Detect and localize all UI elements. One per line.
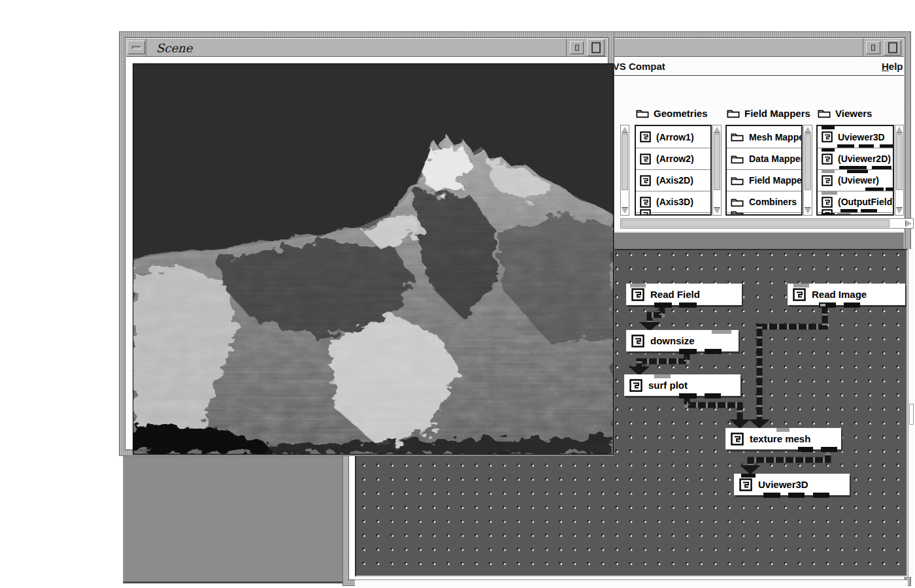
palette-header-field-mappers: Field Mappers bbox=[727, 108, 810, 119]
scene-window-title: Scene bbox=[156, 41, 192, 55]
scene-render-viewport[interactable] bbox=[133, 63, 614, 455]
module-icon bbox=[640, 154, 651, 165]
output-port bbox=[679, 349, 697, 354]
module-icon bbox=[822, 197, 833, 208]
module-icon bbox=[640, 131, 651, 142]
scroll-down-icon[interactable] bbox=[805, 208, 811, 214]
palette-item-label: (Uviewer2D) bbox=[838, 154, 891, 164]
workspace-vertical-scrollbar[interactable] bbox=[908, 249, 914, 577]
palette-item-label: Uviewer3D bbox=[838, 132, 885, 142]
input-port bbox=[654, 374, 671, 378]
folder-icon bbox=[731, 197, 744, 207]
palette-item-uviewer[interactable]: (Uviewer) bbox=[818, 169, 893, 191]
module-icon bbox=[640, 209, 651, 216]
palette-scrollbar-2[interactable] bbox=[803, 125, 812, 216]
module-icon bbox=[822, 154, 833, 165]
scroll-down-icon[interactable] bbox=[714, 208, 720, 214]
scrollbar-thumb[interactable] bbox=[805, 134, 811, 190]
menu-avs-compat[interactable]: AVS Compat bbox=[607, 61, 665, 72]
module-read_image[interactable]: Read Image bbox=[788, 284, 905, 305]
minimize-icon bbox=[575, 45, 579, 51]
scroll-right-icon[interactable] bbox=[906, 220, 912, 227]
palette-item-label: (Arrow1) bbox=[656, 132, 694, 142]
workspace-horizontal-scrollbar[interactable] bbox=[355, 580, 908, 588]
input-port bbox=[822, 191, 837, 195]
input-port bbox=[776, 428, 790, 432]
palette-header-label: Viewers bbox=[835, 108, 872, 119]
output-port bbox=[705, 349, 722, 354]
module-label: Read Field bbox=[650, 289, 700, 300]
palette-list-viewers: Uviewer3D(Uviewer2D)(Uviewer)(OutputFiel… bbox=[816, 125, 894, 216]
folder-icon bbox=[727, 108, 740, 118]
scrollbar-thumb[interactable] bbox=[909, 404, 914, 425]
module-icon bbox=[822, 175, 833, 186]
scrollbar-thumb[interactable] bbox=[622, 220, 890, 227]
maximize-button[interactable] bbox=[884, 40, 901, 56]
cable-texture_mesh-to-uviewer3d[interactable] bbox=[750, 453, 828, 465]
palette-item[interactable] bbox=[636, 212, 710, 216]
palette-scrollbar-1[interactable] bbox=[712, 125, 722, 216]
titlebar-separator bbox=[566, 39, 567, 56]
module-icon bbox=[640, 197, 651, 208]
scrollbar-thumb[interactable] bbox=[896, 134, 903, 190]
titlebar-separator bbox=[146, 39, 146, 56]
palette-item-field mappers[interactable]: Field Mappers bbox=[727, 169, 801, 191]
scroll-up-icon[interactable] bbox=[805, 127, 811, 133]
module-downsize[interactable]: downsize bbox=[626, 330, 739, 351]
input-port bbox=[822, 213, 835, 216]
cable-read_image-to-texture_mesh[interactable] bbox=[759, 304, 825, 419]
palette-item-mesh mappers[interactable]: Mesh Mappers bbox=[727, 126, 801, 148]
palette-item-data mappers[interactable]: Data Mappers bbox=[727, 148, 801, 169]
scroll-down-icon[interactable] bbox=[622, 208, 628, 214]
palette-item-label: Combiners bbox=[749, 197, 797, 207]
minimize-icon bbox=[871, 45, 875, 51]
palette-header-label: Geometries bbox=[654, 108, 708, 119]
module-label: Uviewer3D bbox=[758, 479, 808, 490]
module-icon bbox=[739, 478, 752, 491]
scroll-up-icon[interactable] bbox=[896, 127, 903, 133]
scrollbar-thumb[interactable] bbox=[714, 134, 720, 190]
scene-window: Scene bbox=[119, 31, 614, 456]
palette-item-label: (OutputField) bbox=[838, 197, 894, 207]
folder-icon bbox=[731, 154, 744, 164]
palette-item-axis2d[interactable]: (Axis2D) bbox=[636, 169, 710, 191]
scene-titlebar[interactable]: Scene bbox=[126, 39, 607, 57]
scroll-down-icon[interactable] bbox=[896, 208, 903, 214]
module-surf_plot[interactable]: surf plot bbox=[624, 374, 740, 396]
menu-help[interactable]: Help bbox=[882, 61, 903, 72]
palette-item-arrow1[interactable]: (Arrow1) bbox=[636, 126, 710, 148]
folder-icon bbox=[731, 132, 744, 142]
palette-item[interactable] bbox=[727, 212, 801, 216]
palette-item[interactable] bbox=[818, 212, 893, 216]
hidden-column-scrollbar[interactable] bbox=[620, 125, 629, 216]
palette-item-uviewer2d[interactable]: (Uviewer2D) bbox=[818, 148, 893, 169]
scene-window-body: Scene bbox=[125, 37, 608, 450]
titlebar-separator bbox=[863, 39, 863, 56]
maximize-icon bbox=[591, 42, 601, 54]
scroll-up-icon[interactable] bbox=[622, 127, 628, 133]
module-label: surf plot bbox=[648, 380, 688, 391]
minimize-button[interactable] bbox=[866, 41, 880, 54]
port-notch bbox=[820, 304, 825, 306]
palette-item-arrow2[interactable]: (Arrow2) bbox=[636, 148, 710, 169]
palette-scrollbar-3[interactable] bbox=[895, 125, 904, 216]
palette-horizontal-scrollbar[interactable] bbox=[620, 218, 914, 229]
output-port bbox=[654, 302, 672, 308]
module-label: downsize bbox=[650, 335, 695, 346]
output-port bbox=[813, 493, 829, 498]
module-label: Read Image bbox=[812, 289, 867, 300]
scrollbar-thumb[interactable] bbox=[622, 134, 628, 190]
input-port bbox=[847, 170, 868, 173]
minimize-button[interactable] bbox=[570, 41, 584, 54]
module-icon bbox=[822, 209, 833, 216]
window-menu-button[interactable] bbox=[127, 41, 145, 54]
module-read_field[interactable]: Read Field bbox=[626, 284, 742, 305]
palette-list-geometries: (Arrow1)(Arrow2)(Axis2D)(Axis3D) bbox=[635, 125, 712, 216]
module-uviewer3d[interactable]: Uviewer3D bbox=[734, 474, 850, 495]
output-port bbox=[679, 393, 697, 399]
output-port bbox=[705, 393, 721, 399]
maximize-button[interactable] bbox=[587, 39, 605, 56]
module-texture_mesh[interactable]: texture mesh bbox=[725, 428, 841, 449]
scroll-up-icon[interactable] bbox=[714, 127, 720, 133]
palette-item-uviewer3d[interactable]: Uviewer3D bbox=[818, 126, 893, 148]
